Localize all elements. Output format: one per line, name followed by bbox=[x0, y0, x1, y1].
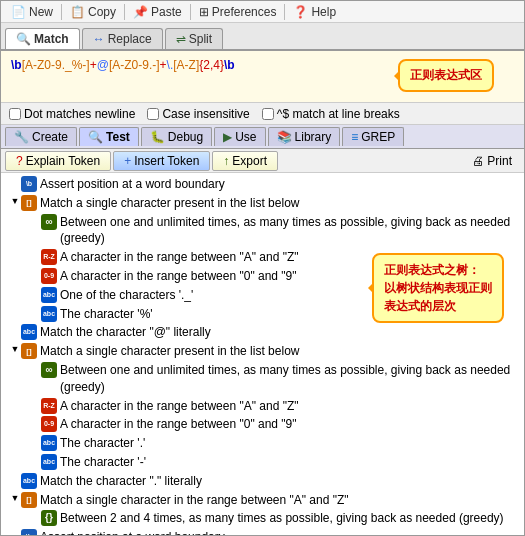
tree-item-text: Between one and unlimited times, as many… bbox=[60, 362, 520, 396]
tab-replace[interactable]: ↔ Replace bbox=[82, 28, 163, 49]
tab-split[interactable]: ⇌ Split bbox=[165, 28, 223, 49]
tree-item-text: Assert position at a word boundary bbox=[40, 529, 520, 536]
tab-match[interactable]: 🔍 Match bbox=[5, 28, 80, 49]
tree-item[interactable]: {}Between 2 and 4 times, as many times a… bbox=[5, 509, 520, 528]
regex-area: \b[A-Z0-9._%-]+@[A-Z0-9.-]+\.[A-Z]{2,4}\… bbox=[1, 51, 524, 103]
sep2 bbox=[124, 4, 125, 20]
caret-match-checkbox[interactable] bbox=[262, 108, 274, 120]
insert-token-tab[interactable]: + Insert Token bbox=[113, 151, 210, 171]
tree-item[interactable]: ▼[]Match a single character present in t… bbox=[5, 342, 520, 361]
export-icon: ↑ bbox=[223, 154, 229, 168]
split-icon: ⇌ bbox=[176, 32, 186, 46]
tab-create[interactable]: 🔧 Create bbox=[5, 127, 77, 146]
case-insensitive-label[interactable]: Case insensitive bbox=[147, 107, 249, 121]
tree-node-icon: abc bbox=[41, 454, 57, 470]
tree-item[interactable]: abcThe character '-' bbox=[5, 453, 520, 472]
library-icon: 📚 bbox=[277, 130, 292, 144]
main-toolbar: 📄 New 📋 Copy 📌 Paste ⊞ Preferences ❓ Hel… bbox=[1, 1, 524, 23]
tree-node-icon: abc bbox=[41, 306, 57, 322]
tab-grep[interactable]: ≡ GREP bbox=[342, 127, 404, 146]
tree-item[interactable]: \bAssert position at a word boundary bbox=[5, 528, 520, 536]
tree-item-text: Match a single character in the range be… bbox=[40, 492, 520, 509]
new-button[interactable]: 📄 New bbox=[5, 4, 59, 20]
tree-node-icon: 0-9 bbox=[41, 416, 57, 432]
tree-node-icon: \b bbox=[21, 529, 37, 536]
export-tab[interactable]: ↑ Export bbox=[212, 151, 278, 171]
tree-item-text: The character '-' bbox=[60, 454, 520, 471]
tree-node-icon: abc bbox=[41, 435, 57, 451]
tree-item[interactable]: ▼[]Match a single character in the range… bbox=[5, 491, 520, 510]
tree-expand-icon[interactable]: ▼ bbox=[9, 492, 21, 505]
tree-item-text: Between one and unlimited times, as many… bbox=[60, 214, 520, 248]
tree-item[interactable]: ∞Between one and unlimited times, as man… bbox=[5, 361, 520, 397]
caret-match-label[interactable]: ^$ match at line breaks bbox=[262, 107, 400, 121]
regex-area-tooltip: 正则表达式区 bbox=[398, 59, 494, 92]
insert-icon: + bbox=[124, 154, 131, 168]
tree-item[interactable]: ∞Between one and unlimited times, as man… bbox=[5, 213, 520, 249]
sep1 bbox=[61, 4, 62, 20]
tree-node-icon: R-Z bbox=[41, 249, 57, 265]
tree-item-text: A character in the range between "A" and… bbox=[60, 398, 520, 415]
main-tab-bar: 🔍 Match ↔ Replace ⇌ Split bbox=[1, 23, 524, 51]
options-bar: Dot matches newline Case insensitive ^$ … bbox=[1, 103, 524, 125]
tab-debug[interactable]: 🐛 Debug bbox=[141, 127, 212, 146]
test-icon: 🔍 bbox=[88, 130, 103, 144]
paste-icon: 📌 bbox=[133, 5, 148, 19]
tree-item[interactable]: \bAssert position at a word boundary bbox=[5, 175, 520, 194]
tree-item-text: Match the character "." literally bbox=[40, 473, 520, 490]
tree-item-text: Match a single character present in the … bbox=[40, 343, 520, 360]
tab-test[interactable]: 🔍 Test bbox=[79, 127, 139, 146]
tab-library[interactable]: 📚 Library bbox=[268, 127, 341, 146]
tree-tooltip: 正则表达式之树： 以树状结构表现正则 表达式的层次 bbox=[372, 253, 504, 323]
tree-item[interactable]: 0-9A character in the range between "0" … bbox=[5, 415, 520, 434]
tree-item-text: The character '.' bbox=[60, 435, 520, 452]
paste-button[interactable]: 📌 Paste bbox=[127, 4, 188, 20]
preferences-button[interactable]: ⊞ Preferences bbox=[193, 4, 283, 20]
tree-item-text: Match a single character present in the … bbox=[40, 195, 520, 212]
tree-node-icon: 0-9 bbox=[41, 268, 57, 284]
tree-item[interactable]: R-ZA character in the range between "A" … bbox=[5, 397, 520, 416]
token-tree: \bAssert position at a word boundary▼[]M… bbox=[1, 173, 524, 536]
tree-item-text: Assert position at a word boundary bbox=[40, 176, 520, 193]
tree-item-text: Match the character "@" literally bbox=[40, 324, 520, 341]
tree-node-icon: abc bbox=[41, 287, 57, 303]
tree-item-text: A character in the range between "0" and… bbox=[60, 416, 520, 433]
new-icon: 📄 bbox=[11, 5, 26, 19]
dot-matches-label[interactable]: Dot matches newline bbox=[9, 107, 135, 121]
dot-matches-checkbox[interactable] bbox=[9, 108, 21, 120]
tree-node-icon: R-Z bbox=[41, 398, 57, 414]
tree-item[interactable]: abcMatch the character "." literally bbox=[5, 472, 520, 491]
case-insensitive-checkbox[interactable] bbox=[147, 108, 159, 120]
sep4 bbox=[284, 4, 285, 20]
copy-icon: 📋 bbox=[70, 5, 85, 19]
tree-node-icon: abc bbox=[21, 324, 37, 340]
tree-node-icon: ∞ bbox=[41, 362, 57, 378]
action-tab-bar: ? Explain Token + Insert Token ↑ Export … bbox=[1, 149, 524, 173]
use-icon: ▶ bbox=[223, 130, 232, 144]
tree-node-icon: \b bbox=[21, 176, 37, 192]
tree-node-icon: ∞ bbox=[41, 214, 57, 230]
tree-item[interactable]: abcMatch the character "@" literally bbox=[5, 323, 520, 342]
print-icon: 🖨 bbox=[472, 154, 484, 168]
tree-node-icon: {} bbox=[41, 510, 57, 526]
create-icon: 🔧 bbox=[14, 130, 29, 144]
tree-node-icon: [] bbox=[21, 492, 37, 508]
sep3 bbox=[190, 4, 191, 20]
tree-expand-icon[interactable]: ▼ bbox=[9, 343, 21, 356]
tree-item[interactable]: abcThe character '.' bbox=[5, 434, 520, 453]
tree-item-text: Between 2 and 4 times, as many times as … bbox=[60, 510, 520, 527]
tree-node-icon: [] bbox=[21, 343, 37, 359]
tab-use[interactable]: ▶ Use bbox=[214, 127, 265, 146]
token-tree-container: \bAssert position at a word boundary▼[]M… bbox=[1, 173, 524, 536]
copy-button[interactable]: 📋 Copy bbox=[64, 4, 122, 20]
tree-item[interactable]: ▼[]Match a single character present in t… bbox=[5, 194, 520, 213]
tree-expand-icon[interactable]: ▼ bbox=[9, 195, 21, 208]
preferences-icon: ⊞ bbox=[199, 5, 209, 19]
help-button[interactable]: ❓ Help bbox=[287, 4, 342, 20]
explain-token-tab[interactable]: ? Explain Token bbox=[5, 151, 111, 171]
sub-tab-bar: 🔧 Create 🔍 Test 🐛 Debug ▶ Use 📚 Library … bbox=[1, 125, 524, 149]
print-button[interactable]: 🖨 Print bbox=[464, 152, 520, 170]
debug-icon: 🐛 bbox=[150, 130, 165, 144]
tree-node-icon: [] bbox=[21, 195, 37, 211]
explain-icon: ? bbox=[16, 154, 23, 168]
